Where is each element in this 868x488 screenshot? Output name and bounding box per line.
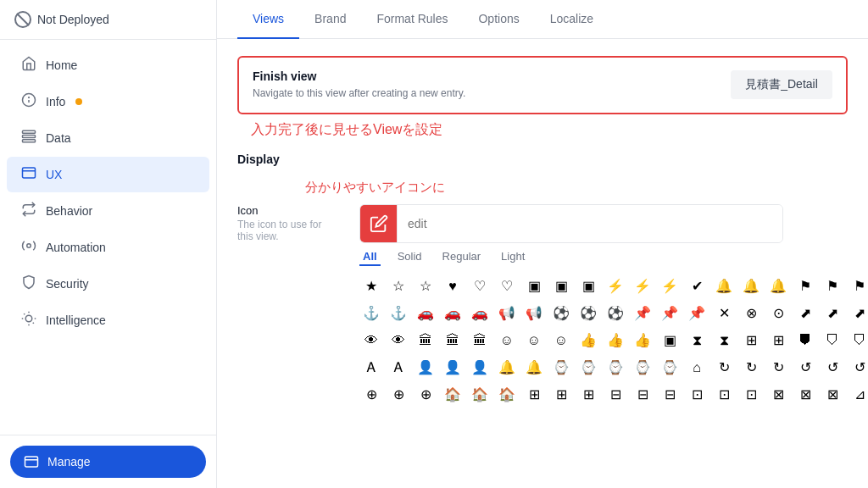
sidebar-item-ux[interactable]: UX: [7, 157, 209, 192]
icon-cell[interactable]: ⊕: [414, 383, 437, 407]
icon-cell[interactable]: 🔔: [495, 356, 519, 380]
icon-cell[interactable]: ↻: [712, 356, 736, 380]
icon-cell[interactable]: 🚗: [414, 302, 437, 325]
icon-cell[interactable]: 📢: [495, 302, 519, 325]
icon-cell[interactable]: ⊗: [739, 302, 763, 325]
icon-cell[interactable]: 👤: [468, 356, 492, 380]
icon-cell[interactable]: ⚽: [576, 302, 600, 325]
icon-cell[interactable]: ⚽: [604, 302, 627, 325]
icon-cell[interactable]: 👁: [387, 329, 410, 352]
sidebar-item-data[interactable]: Data: [7, 120, 209, 156]
icon-cell[interactable]: ⊠: [821, 383, 844, 407]
icon-cell[interactable]: 🔔: [522, 356, 546, 380]
icon-cell[interactable]: ↻: [766, 356, 790, 380]
icon-cell[interactable]: 🔔: [739, 274, 763, 298]
icon-cell[interactable]: ▣: [549, 274, 573, 298]
tab-localize[interactable]: Localize: [535, 0, 609, 39]
icon-cell[interactable]: 📌: [685, 302, 709, 325]
icon-cell[interactable]: 🔔: [712, 274, 736, 298]
icon-cell[interactable]: ⊞: [766, 329, 790, 352]
icon-cell[interactable]: ⊿: [848, 383, 868, 407]
icon-cell[interactable]: ▣: [576, 274, 600, 298]
not-deployed-badge[interactable]: Not Deployed: [14, 10, 109, 29]
sidebar-item-home[interactable]: Home: [7, 47, 209, 83]
icon-cell[interactable]: ↻: [739, 356, 763, 380]
filter-tab-solid[interactable]: Solid: [394, 248, 426, 266]
icon-cell[interactable]: ☆: [387, 274, 410, 298]
icon-cell[interactable]: Ꭺ: [387, 356, 410, 380]
icon-cell[interactable]: ⊙: [766, 302, 790, 325]
icon-cell[interactable]: ⊠: [766, 383, 790, 407]
icon-cell[interactable]: ⚑: [821, 274, 844, 298]
icon-picker-preview[interactable]: [360, 205, 398, 242]
icon-cell[interactable]: ↺: [848, 356, 868, 380]
icon-cell[interactable]: ⧗: [685, 329, 709, 352]
icon-cell[interactable]: 👤: [414, 356, 437, 380]
icon-cell[interactable]: ⧗: [712, 329, 736, 352]
icon-cell[interactable]: ↺: [821, 356, 844, 380]
icon-cell[interactable]: 🏛: [441, 329, 465, 352]
icon-cell[interactable]: ☆: [414, 274, 437, 298]
icon-cell[interactable]: ⌚: [631, 356, 654, 380]
icon-cell[interactable]: ★: [359, 274, 383, 298]
icon-cell[interactable]: ⛊: [793, 329, 817, 352]
icon-cell[interactable]: ♡: [495, 274, 519, 298]
icon-cell[interactable]: ⌚: [576, 356, 600, 380]
icon-cell[interactable]: 👍: [576, 329, 600, 352]
filter-tab-regular[interactable]: Regular: [439, 248, 485, 266]
icon-cell[interactable]: 📌: [658, 302, 682, 325]
finish-view-value[interactable]: 見積書_Detail: [731, 70, 832, 99]
icon-cell[interactable]: ⌚: [549, 356, 573, 380]
icon-cell[interactable]: ⬈: [821, 302, 844, 325]
icon-cell[interactable]: ▣: [522, 274, 546, 298]
icon-cell[interactable]: ⊟: [604, 383, 627, 407]
icon-cell[interactable]: ⊡: [712, 383, 736, 407]
icon-cell[interactable]: ♡: [468, 274, 492, 298]
sidebar-item-automation[interactable]: Automation: [7, 230, 209, 265]
icon-cell[interactable]: ⊟: [631, 383, 654, 407]
icon-cell[interactable]: 🚗: [441, 302, 465, 325]
tab-views[interactable]: Views: [237, 0, 299, 39]
tab-options[interactable]: Options: [463, 0, 534, 39]
icon-cell[interactable]: ⚽: [549, 302, 573, 325]
icon-cell[interactable]: 🏠: [495, 383, 519, 407]
icon-cell[interactable]: ✕: [712, 302, 736, 325]
icon-cell[interactable]: ⊡: [685, 383, 709, 407]
sidebar-item-behavior[interactable]: Behavior: [7, 193, 209, 229]
icon-cell[interactable]: ⊞: [522, 383, 546, 407]
icon-cell[interactable]: 👤: [441, 356, 465, 380]
icon-cell[interactable]: ⌂: [685, 356, 709, 380]
icon-cell[interactable]: ☺: [522, 329, 546, 352]
icon-cell[interactable]: ⊞: [739, 329, 763, 352]
icon-cell[interactable]: ⚡: [658, 274, 682, 298]
sidebar-item-intelligence[interactable]: Intelligence: [7, 302, 209, 338]
icon-cell[interactable]: Ꭺ: [359, 356, 383, 380]
icon-cell[interactable]: ⊕: [387, 383, 410, 407]
filter-tab-light[interactable]: Light: [498, 248, 528, 266]
icon-cell[interactable]: 📌: [631, 302, 654, 325]
icon-cell[interactable]: 🏠: [441, 383, 465, 407]
icon-cell[interactable]: ⚓: [359, 302, 383, 325]
icon-cell[interactable]: ⚡: [604, 274, 627, 298]
icon-cell[interactable]: ⊕: [359, 383, 383, 407]
icon-cell[interactable]: ⊞: [576, 383, 600, 407]
icon-cell[interactable]: ⛉: [848, 329, 868, 352]
icon-cell[interactable]: ☺: [495, 329, 519, 352]
icon-cell[interactable]: ⚡: [631, 274, 654, 298]
icon-cell[interactable]: ⊡: [739, 383, 763, 407]
icon-cell[interactable]: ⬈: [848, 302, 868, 325]
icon-cell[interactable]: ⊠: [793, 383, 817, 407]
icon-cell[interactable]: ⚓: [387, 302, 410, 325]
icon-cell[interactable]: ⌚: [604, 356, 627, 380]
icon-cell[interactable]: 🏠: [468, 383, 492, 407]
icon-cell[interactable]: 📢: [522, 302, 546, 325]
icon-cell[interactable]: 👁: [359, 329, 383, 352]
icon-cell[interactable]: ⛉: [821, 329, 844, 352]
sidebar-item-info[interactable]: Info: [7, 84, 209, 119]
icon-cell[interactable]: ♥: [441, 274, 465, 298]
icon-cell[interactable]: ⌚: [658, 356, 682, 380]
icon-cell[interactable]: 🔔: [766, 274, 790, 298]
icon-cell[interactable]: ▣: [658, 329, 682, 352]
sidebar-item-security[interactable]: Security: [7, 266, 209, 302]
icon-cell[interactable]: 👍: [631, 329, 654, 352]
